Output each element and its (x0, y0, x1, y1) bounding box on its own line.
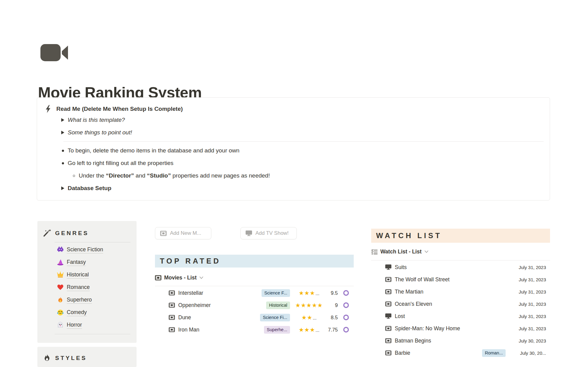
genre-item-superhero[interactable]: Superhero (43, 296, 130, 304)
genre-item-historical[interactable]: Historical (43, 271, 130, 279)
bullet-item: To begin, delete the demo items in the d… (37, 147, 550, 155)
watch-list-row[interactable]: The Martian July 31, 2023 (371, 286, 550, 298)
genres-section: GENRES Science Fiction Fantasy (37, 221, 137, 343)
callout-title-row: Read Me (Delete Me When Setup Is Complet… (45, 105, 550, 113)
genres-header: GENRES (43, 229, 130, 237)
bullet-icon (58, 162, 67, 164)
red-heart-icon (57, 284, 64, 291)
watch-list-row[interactable]: Spider-Man: No Way Home July 31, 2023 (371, 322, 550, 335)
watch-list-row[interactable]: Suits July 31, 2023 (371, 261, 550, 273)
checkbox-ring[interactable] (341, 326, 351, 333)
genre-item-romance[interactable]: Romance (43, 283, 130, 291)
toggle-what-is-template[interactable]: What is this template? (37, 116, 550, 124)
callout-divider (63, 141, 544, 142)
film-icon (169, 315, 175, 320)
add-new-movie-button[interactable]: Add New M... (155, 227, 211, 239)
styles-section: STYLES (37, 347, 137, 367)
rating-value: 9 (324, 302, 338, 308)
divider (55, 242, 130, 242)
chevron-down-icon[interactable] (424, 250, 428, 253)
divider (55, 334, 130, 334)
genre-item-horror[interactable]: Horror (43, 321, 130, 329)
wizard-hat-icon (57, 259, 64, 266)
checkbox-ring[interactable] (341, 314, 351, 321)
chevron-down-icon[interactable] (199, 276, 203, 279)
magic-wand-icon (43, 229, 51, 237)
genre-item-fantasy[interactable]: Fantasy (43, 258, 130, 266)
film-icon (160, 230, 167, 236)
watch-date: July 30, 20... (512, 350, 546, 356)
film-icon (385, 277, 391, 282)
film-icon (169, 290, 175, 295)
readme-callout: Read Me (Delete Me When Setup Is Complet… (37, 97, 550, 200)
crown-icon (57, 272, 64, 278)
tag-pill[interactable]: Science Fi... (260, 314, 290, 321)
checklist-icon (371, 249, 378, 255)
film-icon (385, 289, 391, 294)
checkbox-ring[interactable] (341, 302, 351, 309)
add-tv-show-button[interactable]: Add TV Show! (240, 227, 297, 239)
film-icon (169, 303, 175, 308)
toggle-triangle-icon[interactable] (58, 118, 67, 122)
fire-icon (57, 297, 64, 303)
top-rated-column: Add New M... Add TV Show! TOP RATED Movi… (155, 227, 354, 336)
toggle-things-to-point-out[interactable]: Some things to point out! (37, 129, 550, 137)
watch-list-row[interactable]: Barbie Roman... July 30, 20... (371, 347, 550, 359)
rating-value: 8.5 (324, 315, 338, 320)
watch-list-row[interactable]: Batman Begins July 30, 2023 (371, 335, 550, 347)
film-icon (385, 338, 391, 343)
watch-date: July 30, 2023 (512, 338, 546, 343)
watch-date: July 31, 2023 (512, 277, 546, 282)
styles-header: STYLES (43, 354, 130, 362)
watch-date: July 31, 2023 (512, 265, 546, 270)
checkbox-ring[interactable] (341, 290, 351, 296)
film-icon (385, 350, 391, 355)
movie-row[interactable]: Iron Man Superhe... ★★★... 7.75 (155, 324, 354, 336)
rating-value: 7.75 (324, 327, 338, 333)
toggle-database-setup[interactable]: Database Setup (37, 184, 550, 192)
tv-icon (385, 264, 391, 270)
movies-list-view-switcher[interactable]: Movies - List (155, 273, 354, 282)
tv-icon (246, 230, 252, 236)
movie-row[interactable]: Interstellar Science F... ★★★... 9.5 (155, 287, 354, 299)
star-rating[interactable]: ★★... (294, 314, 324, 321)
watch-list-row[interactable]: Lost July 31, 2023 (371, 310, 550, 322)
watch-date: July 31, 2023 (512, 314, 546, 319)
video-camera-icon[interactable] (40, 43, 68, 62)
tag-pill[interactable]: Superhe... (264, 326, 290, 334)
watch-date: July 31, 2023 (512, 326, 546, 331)
tag-pill[interactable]: Roman... (482, 349, 506, 357)
laughing-face-icon (57, 309, 64, 316)
star-rating[interactable]: ★★★... (294, 290, 324, 296)
watch-list-view-switcher[interactable]: Watch List - List (371, 247, 550, 256)
movie-ranking-page: Movie Ranking System Read Me (Delete Me … (0, 0, 588, 367)
alien-monster-icon (57, 246, 64, 253)
toggle-triangle-icon[interactable] (58, 186, 67, 190)
tag-pill[interactable]: Historical (266, 301, 290, 309)
watch-date: July 31, 2023 (512, 301, 546, 307)
watch-list-row[interactable]: Ocean's Eleven July 31, 2023 (371, 298, 550, 310)
ghost-icon (57, 322, 64, 328)
star-rating[interactable]: ★★★★★ (294, 302, 324, 309)
star-rating[interactable]: ★★★... (294, 326, 324, 333)
bullet-item: Go left to right filling out all the pro… (37, 159, 550, 167)
film-icon (385, 326, 391, 331)
lightning-icon (45, 105, 51, 113)
watch-list-column: WATCH LIST Watch List - List Suits July … (371, 229, 550, 359)
rating-value: 9.5 (324, 290, 338, 296)
film-icon (169, 327, 175, 332)
film-icon (155, 275, 161, 280)
watch-date: July 31, 2023 (512, 289, 546, 294)
tv-icon (385, 313, 391, 319)
genres-title: GENRES (55, 229, 89, 237)
toggle-triangle-icon[interactable] (58, 131, 67, 134)
genre-item-comedy[interactable]: Comedy (43, 309, 130, 316)
callout-title: Read Me (Delete Me When Setup Is Complet… (56, 105, 183, 113)
movie-row[interactable]: Dune Science Fi... ★★... 8.5 (155, 311, 354, 324)
tag-pill[interactable]: Science F... (262, 289, 290, 297)
sub-bullet-item: Under the “Director” and “Studio” proper… (37, 172, 550, 180)
genre-item-science-fiction[interactable]: Science Fiction (43, 246, 130, 254)
dark-flame-icon (43, 354, 51, 362)
movie-row[interactable]: Oppenheimer Historical ★★★★★ 9 (155, 299, 354, 311)
watch-list-row[interactable]: The Wolf of Wall Street July 31, 2023 (371, 273, 550, 286)
